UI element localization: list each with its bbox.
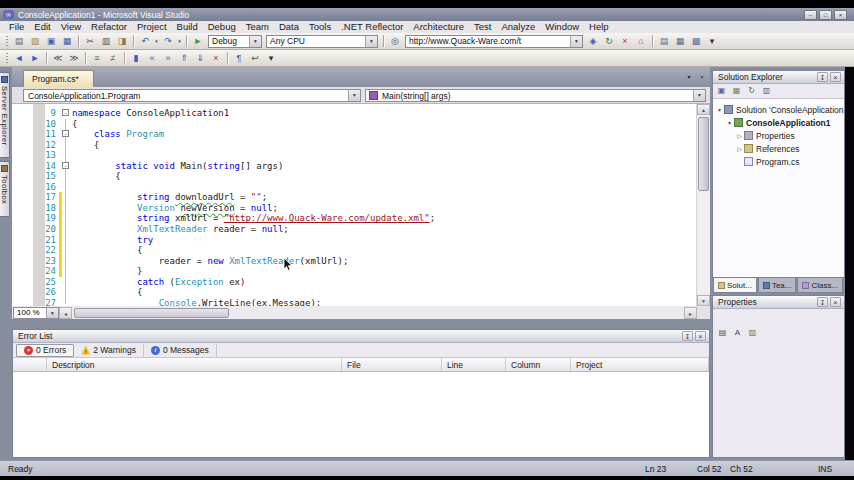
code-line[interactable]: 21 try	[12, 235, 696, 246]
tree-item[interactable]: ▷Properties	[713, 129, 844, 142]
close-icon[interactable]	[830, 297, 841, 307]
previous-bookmark-folder-icon[interactable]: ⇑	[176, 51, 192, 65]
error-list-body[interactable]	[13, 372, 709, 457]
minimize-button[interactable]	[804, 10, 817, 20]
code-line[interactable]: 11 class Program	[12, 129, 696, 140]
alphabetical-icon[interactable]: A	[731, 327, 744, 339]
menu-item-file[interactable]: File	[4, 21, 29, 33]
code-line[interactable]: 17 string downloadUrl = "";	[12, 192, 696, 203]
tool-window-tab-2[interactable]: Class...	[797, 278, 843, 293]
decrease-indent-icon[interactable]: ≪	[50, 51, 66, 65]
tool-window-tab-1[interactable]: Tea...	[758, 278, 797, 293]
toolbar-overflow-icon[interactable]: ▾	[263, 51, 279, 65]
code-line[interactable]: 24 }	[12, 266, 696, 277]
toolbar-grip[interactable]	[6, 36, 8, 47]
save-icon[interactable]: ▣	[43, 34, 59, 48]
collapse-icon[interactable]: ▾	[725, 119, 734, 126]
solution-explorer-toolbar-icon[interactable]: ▤	[656, 34, 672, 48]
scroll-down-icon[interactable]	[697, 295, 710, 306]
properties-header[interactable]: Properties	[713, 296, 844, 309]
property-pages-icon[interactable]: ▨	[746, 327, 759, 339]
code-line[interactable]: 20 XmlTextReader reader = null;	[12, 224, 696, 235]
code-line[interactable]: 22 {	[12, 245, 696, 256]
scroll-left-icon[interactable]	[59, 307, 72, 319]
error-list-column-column[interactable]: Column	[506, 358, 571, 371]
solution-platforms-combo[interactable]: Any CPU	[266, 35, 378, 48]
code-line[interactable]: 9namespace ConsoleApplication1	[12, 108, 696, 119]
navigate-forward-icon[interactable]: ►	[27, 51, 43, 65]
members-dropdown[interactable]: Main(string[] args)	[365, 89, 706, 102]
start-debug-icon[interactable]: ►	[190, 34, 206, 48]
menu-item-refactor[interactable]: Refactor	[86, 21, 132, 33]
close-icon[interactable]	[695, 331, 706, 341]
open-file-icon[interactable]: ▨	[27, 34, 43, 48]
menu-item-team[interactable]: Team	[241, 21, 274, 33]
menu-item-data[interactable]: Data	[274, 21, 304, 33]
solution-explorer-header[interactable]: Solution Explorer	[713, 71, 844, 84]
code-line[interactable]: 15 {	[12, 171, 696, 182]
editor-zoom-combo[interactable]: 100 %	[13, 307, 59, 319]
menu-item-view[interactable]: View	[56, 21, 86, 33]
title-bar[interactable]: ConsoleApplication1 - Microsoft Visual S…	[0, 8, 854, 21]
error-list-tab-0[interactable]: ×0 Errors	[16, 344, 74, 357]
toggle-bookmark-icon[interactable]: ▮	[128, 51, 144, 65]
error-list-tab-1[interactable]: !2 Warnings	[74, 344, 144, 357]
increase-indent-icon[interactable]: ≫	[66, 51, 82, 65]
chevron-down-icon[interactable]: ▾	[153, 38, 160, 44]
toolbar-overflow-icon[interactable]: ▾	[704, 34, 720, 48]
next-bookmark-folder-icon[interactable]: ⇓	[192, 51, 208, 65]
chevron-down-icon[interactable]: ▾	[176, 38, 183, 44]
error-list-column-description[interactable]: Description	[47, 358, 342, 371]
error-list-column-file[interactable]: File	[342, 358, 442, 371]
chevron-down-icon[interactable]	[348, 90, 360, 101]
close-icon[interactable]	[830, 72, 841, 82]
error-list-tab-2[interactable]: i0 Messages	[144, 344, 217, 357]
types-dropdown[interactable]: ConsoleApplication1.Program	[23, 89, 361, 102]
collapse-icon[interactable]: ▾	[715, 106, 724, 113]
undo-icon[interactable]: ↶	[137, 34, 153, 48]
home-icon[interactable]: ⌂	[633, 34, 649, 48]
web-url-combo[interactable]: http://www.Quack-Ware.com/t	[405, 35, 583, 48]
solution-tree[interactable]: ▾Solution 'ConsoleApplication1' (1 proje…	[713, 101, 844, 277]
code-line[interactable]: 14 static void Main(string[] args)	[12, 161, 696, 172]
properties-window-toolbar-icon[interactable]: ▦	[672, 34, 688, 48]
web-navigate-icon[interactable]: ◈	[585, 34, 601, 48]
active-files-dropdown-icon[interactable]	[684, 72, 694, 82]
code-line[interactable]: 16	[12, 182, 696, 193]
error-list-column-icon[interactable]	[13, 358, 47, 371]
new-item-icon[interactable]: ▤	[11, 34, 27, 48]
properties-icon[interactable]: ▣	[715, 85, 728, 97]
word-wrap-icon[interactable]: ↩	[247, 51, 263, 65]
toolbar-grip[interactable]	[6, 53, 8, 64]
horizontal-scrollbar-thumb[interactable]	[74, 308, 229, 318]
menu-item-analyze[interactable]: Analyze	[496, 21, 540, 33]
close-document-icon[interactable]	[697, 72, 707, 82]
navigate-backward-icon[interactable]: ◄	[11, 51, 27, 65]
document-tab-program-cs[interactable]: Program.cs*	[23, 70, 94, 87]
maximize-button[interactable]	[819, 10, 832, 20]
chevron-down-icon[interactable]	[693, 90, 705, 101]
menu-item-help[interactable]: Help	[584, 21, 614, 33]
cut-icon[interactable]: ✂	[82, 34, 98, 48]
error-list-column-project[interactable]: Project	[571, 358, 709, 371]
refresh-icon[interactable]: ↻	[745, 85, 758, 97]
code-line[interactable]: 27 Console.WriteLine(ex.Message);	[12, 298, 696, 306]
close-window-button[interactable]	[834, 10, 847, 20]
menu-item-window[interactable]: Window	[540, 21, 584, 33]
show-all-files-icon[interactable]: ▦	[730, 85, 743, 97]
chevron-down-icon[interactable]	[249, 36, 261, 47]
menu-item-edit[interactable]: Edit	[29, 21, 55, 33]
next-bookmark-icon[interactable]: »	[160, 51, 176, 65]
tree-item[interactable]: ▷References	[713, 142, 844, 155]
toolbox-tab[interactable]: Toolbox	[0, 161, 10, 217]
code-line[interactable]: 26 {	[12, 287, 696, 298]
menu-item-tools[interactable]: Tools	[304, 21, 336, 33]
tree-item[interactable]: ▾ConsoleApplication1	[713, 116, 844, 129]
chevron-down-icon[interactable]	[46, 308, 58, 318]
vertical-scrollbar-thumb[interactable]	[698, 117, 709, 191]
menu-item-debug[interactable]: Debug	[203, 21, 241, 33]
horizontal-scrollbar-track[interactable]	[72, 307, 684, 319]
error-list-header[interactable]: Error List	[13, 330, 709, 343]
display-whitespace-icon[interactable]: ¶	[231, 51, 247, 65]
code-line[interactable]: 10{	[12, 119, 696, 130]
